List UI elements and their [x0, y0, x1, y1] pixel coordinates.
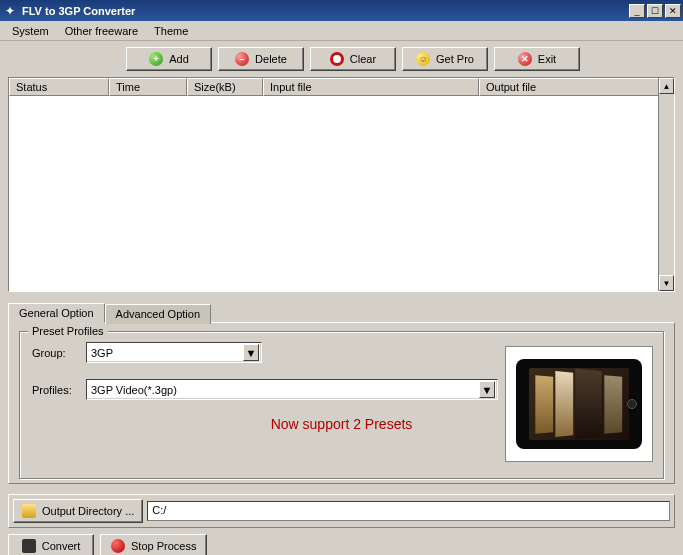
scroll-up-icon[interactable]: ▲ [659, 78, 674, 94]
tab-advanced-option[interactable]: Advanced Option [105, 304, 211, 324]
menu-theme[interactable]: Theme [146, 23, 196, 39]
stop-icon [111, 539, 125, 553]
preset-profiles-group: Preset Profiles Group: 3GP ▼ Profiles: 3… [19, 331, 664, 479]
group-value: 3GP [91, 347, 243, 359]
tab-strip: General Option Advanced Option [8, 302, 675, 322]
stop-label: Stop Process [131, 540, 196, 552]
tab-general-option[interactable]: General Option [8, 303, 105, 323]
output-path-value: C:/ [152, 504, 166, 516]
smiley-icon: ☺ [416, 52, 430, 66]
menu-system[interactable]: System [4, 23, 57, 39]
scroll-down-icon[interactable]: ▼ [659, 275, 674, 291]
minimize-button[interactable]: _ [629, 4, 645, 18]
list-header: Status Time Size(kB) Input file Output f… [9, 78, 674, 96]
exit-label: Exit [538, 53, 556, 65]
general-option-panel: Preset Profiles Group: 3GP ▼ Profiles: 3… [8, 322, 675, 484]
convert-button[interactable]: Convert [8, 534, 94, 555]
device-icon [516, 359, 642, 449]
col-input[interactable]: Input file [263, 78, 479, 96]
file-list: Status Time Size(kB) Input file Output f… [8, 77, 675, 292]
clear-icon [330, 52, 344, 66]
exit-button[interactable]: ✕ Exit [494, 47, 580, 71]
chevron-down-icon[interactable]: ▼ [479, 381, 495, 398]
close-icon: ✕ [518, 52, 532, 66]
output-directory-input[interactable]: C:/ [147, 501, 670, 521]
preview-image [505, 346, 653, 462]
output-directory-button[interactable]: Output Directory ... [13, 499, 143, 523]
group-label: Group: [32, 347, 80, 359]
profiles-value: 3GP Video(*.3gp) [91, 384, 479, 396]
delete-label: Delete [255, 53, 287, 65]
output-directory-row: Output Directory ... C:/ [8, 494, 675, 528]
minus-icon: – [235, 52, 249, 66]
getpro-label: Get Pro [436, 53, 474, 65]
folder-icon [22, 504, 36, 518]
menu-other-freeware[interactable]: Other freeware [57, 23, 146, 39]
film-icon [22, 539, 36, 553]
clear-button[interactable]: Clear [310, 47, 396, 71]
delete-button[interactable]: – Delete [218, 47, 304, 71]
menu-bar: System Other freeware Theme [0, 21, 683, 41]
stop-process-button[interactable]: Stop Process [100, 534, 207, 555]
get-pro-button[interactable]: ☺ Get Pro [402, 47, 488, 71]
profiles-label: Profiles: [32, 384, 80, 396]
title-bar: ✦ FLV to 3GP Converter _ ☐ ✕ [0, 0, 683, 21]
col-status[interactable]: Status [9, 78, 109, 96]
action-button-row: Convert Stop Process [8, 534, 675, 555]
preset-legend: Preset Profiles [28, 325, 108, 337]
app-icon: ✦ [2, 3, 18, 19]
add-button[interactable]: + Add [126, 47, 212, 71]
toolbar: + Add – Delete Clear ☺ Get Pro ✕ Exit [0, 41, 683, 77]
window-title: FLV to 3GP Converter [22, 5, 135, 17]
vertical-scrollbar[interactable]: ▲ ▼ [658, 78, 674, 291]
list-body[interactable] [9, 96, 674, 291]
col-output[interactable]: Output file [479, 78, 674, 96]
output-dir-label: Output Directory ... [42, 505, 134, 517]
group-combo[interactable]: 3GP ▼ [86, 342, 262, 363]
col-size[interactable]: Size(kB) [187, 78, 263, 96]
chevron-down-icon[interactable]: ▼ [243, 344, 259, 361]
col-time[interactable]: Time [109, 78, 187, 96]
profiles-combo[interactable]: 3GP Video(*.3gp) ▼ [86, 379, 498, 400]
clear-label: Clear [350, 53, 376, 65]
maximize-button[interactable]: ☐ [647, 4, 663, 18]
close-button[interactable]: ✕ [665, 4, 681, 18]
add-label: Add [169, 53, 189, 65]
convert-label: Convert [42, 540, 81, 552]
plus-icon: + [149, 52, 163, 66]
